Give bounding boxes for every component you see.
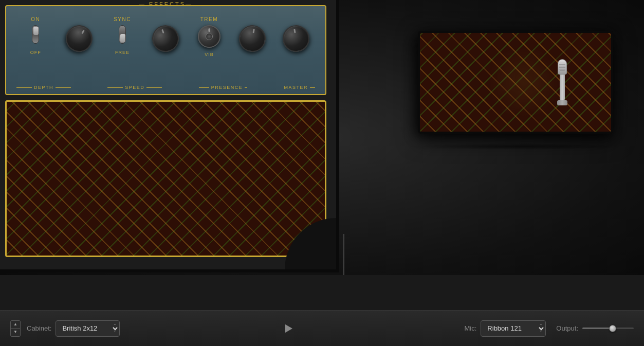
- presence-group: —: [231, 16, 274, 56]
- mic-head: [558, 59, 567, 75]
- mic-body: [560, 75, 565, 100]
- amp-body: EFFECTS ON OFF —: [0, 0, 339, 272]
- speed-group: —: [144, 16, 187, 56]
- on-off-toggle[interactable]: [30, 25, 41, 46]
- on-off-group: ON OFF: [14, 16, 57, 55]
- off-label: OFF: [30, 50, 41, 55]
- vib-label: VIB: [205, 52, 214, 57]
- mic-selector-wrapper[interactable]: Ribbon 121 Condenser 87 Dynamic 57 Conde…: [481, 320, 546, 337]
- mic-label: Mic:: [465, 324, 477, 332]
- cabinet-selector-wrapper[interactable]: British 2x12 American 4x10 British 1x12 …: [56, 320, 120, 337]
- amp-corner-detail: [285, 218, 336, 269]
- mic-base: [557, 100, 567, 105]
- master-knob[interactable]: [281, 23, 311, 54]
- play-button[interactable]: [282, 321, 296, 336]
- output-slider-wrapper: [582, 327, 634, 329]
- depth-bottom-label: DEPTH: [34, 85, 53, 90]
- speed-knob[interactable]: [149, 22, 183, 56]
- speed-bottom-label: SPEED: [125, 85, 144, 90]
- bottom-bar: ▲ ▼ Cabinet: British 2x12 American 4x10 …: [0, 310, 644, 346]
- sync-label: SYNC: [114, 16, 131, 22]
- presence-bottom-label: PRESENCE: [211, 85, 243, 90]
- sync-toggle[interactable]: [117, 25, 128, 46]
- cabinet-label: Cabinet:: [27, 324, 51, 332]
- spotlight: [488, 46, 560, 118]
- controls-row: ON OFF — SYNC: [14, 10, 318, 77]
- sync-group: SYNC FREE: [101, 16, 144, 55]
- master-bottom-label: MASTER: [284, 85, 308, 90]
- cabinet-on-wall: [418, 31, 613, 134]
- trem-knob[interactable]: [198, 25, 220, 48]
- microphone: [557, 59, 567, 105]
- effects-panel: EFFECTS ON OFF —: [5, 5, 326, 95]
- main-area: EFFECTS ON OFF —: [0, 0, 644, 275]
- depth-knob[interactable]: [61, 20, 97, 57]
- free-label: FREE: [115, 50, 130, 55]
- cabinet-reflection: [418, 143, 618, 150]
- play-icon: [285, 324, 292, 333]
- on-label: ON: [31, 16, 40, 22]
- depth-group: —: [57, 16, 100, 56]
- amp-grille: [5, 100, 326, 257]
- master-group: —: [274, 16, 318, 56]
- cabinet-stepper[interactable]: ▲ ▼: [10, 320, 21, 337]
- mic-selector[interactable]: Ribbon 121 Condenser 87 Dynamic 57 Conde…: [481, 320, 546, 337]
- trem-label: TREM: [200, 16, 218, 22]
- mic-position-line: [343, 234, 344, 275]
- stepper-up-btn[interactable]: ▲: [11, 321, 20, 329]
- effects-label: EFFECTS: [135, 1, 197, 7]
- bottom-labels: DEPTH SPEED PRESENCE MASTER: [14, 85, 318, 90]
- presence-knob[interactable]: [237, 23, 268, 54]
- output-label: Output:: [556, 324, 578, 332]
- cabinet-selector[interactable]: British 2x12 American 4x10 British 1x12 …: [56, 320, 120, 337]
- output-slider[interactable]: [582, 327, 634, 329]
- stepper-down-btn[interactable]: ▼: [11, 328, 20, 336]
- trem-group: TREM VIB: [188, 16, 231, 57]
